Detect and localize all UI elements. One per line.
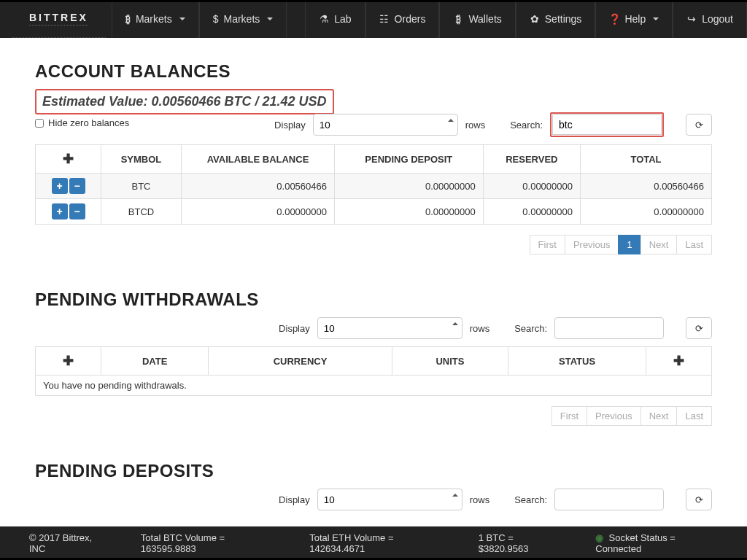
- withdrawals-table: ✚ DATE CURRENCY UNITS STATUS ✚ You have …: [35, 346, 712, 396]
- col-status[interactable]: STATUS: [508, 347, 646, 376]
- empty-message: You have no pending withdrawals.: [36, 376, 712, 396]
- footer-copyright: © 2017 Bittrex, INC: [29, 532, 107, 554]
- reserved-cell: 0.00000000: [483, 174, 580, 199]
- calendar-icon: ☷: [379, 14, 390, 24]
- rows-label: rows: [465, 120, 485, 131]
- nav-help[interactable]: ❓Help: [595, 0, 673, 38]
- balances-pager: First Previous 1 Next Last: [35, 235, 712, 254]
- hide-zero-label: Hide zero balances: [48, 117, 129, 128]
- search-label: Search:: [514, 494, 547, 505]
- balances-table: ✚ SYMBOL AVAILABLE BALANCE PENDING DEPOS…: [35, 144, 712, 225]
- page-top-border: [0, 0, 747, 2]
- deposit-button[interactable]: +: [52, 203, 68, 219]
- rows-label: rows: [470, 323, 489, 334]
- balances-title: ACCOUNT BALANCES: [35, 61, 712, 82]
- refresh-icon: ⟳: [695, 120, 703, 131]
- withdrawals-search-input[interactable]: [554, 317, 664, 339]
- search-label: Search:: [514, 323, 547, 334]
- gear-icon: ✿: [530, 14, 540, 24]
- expand-header[interactable]: ✚: [63, 354, 74, 368]
- deposits-search-input[interactable]: [554, 489, 664, 510]
- deposits-refresh-button[interactable]: ⟳: [686, 489, 712, 510]
- nav-lab[interactable]: ⚗Lab: [305, 0, 365, 38]
- col-symbol[interactable]: SYMBOL: [101, 145, 182, 174]
- nav-btc-markets[interactable]: ₿Markets: [112, 0, 199, 38]
- flask-icon: ⚗: [319, 14, 329, 24]
- refresh-icon: ⟳: [695, 494, 703, 505]
- pager-first[interactable]: First: [530, 235, 565, 254]
- expand-all-header[interactable]: ✚: [63, 152, 74, 166]
- help-icon: ❓: [609, 14, 619, 24]
- pager-prev[interactable]: Previous: [587, 406, 641, 426]
- balances-search-input[interactable]: [552, 114, 662, 135]
- footer: © 2017 Bittrex, INC Total BTC Volume = 1…: [0, 526, 747, 560]
- pager-first[interactable]: First: [551, 406, 587, 426]
- bitcoin-icon: ₿: [453, 14, 463, 24]
- withdraw-button[interactable]: −: [69, 203, 85, 219]
- estimated-value: Estimated Value: 0.00560466 BTC / 21.42 …: [35, 89, 334, 114]
- expand-header[interactable]: ✚: [673, 354, 684, 368]
- pager-next[interactable]: Next: [640, 235, 678, 254]
- footer-socket-status: ◉ Socket Status = Connected: [595, 532, 718, 554]
- withdrawals-refresh-button[interactable]: ⟳: [686, 317, 712, 339]
- pager-page-1[interactable]: 1: [618, 235, 640, 254]
- pager-last[interactable]: Last: [676, 406, 712, 426]
- wifi-icon: ◉: [595, 532, 603, 543]
- withdrawals-title: PENDING WITHDRAWALS: [35, 289, 712, 310]
- top-nav: BITTREX ₿Markets $Markets ⚗Lab ☷Orders ₿…: [0, 0, 747, 38]
- display-label: Display: [274, 120, 306, 131]
- display-label: Display: [279, 323, 310, 334]
- pager-last[interactable]: Last: [676, 235, 712, 254]
- display-label: Display: [279, 494, 310, 505]
- footer-eth-volume: Total ETH Volume = 142634.4671: [309, 532, 444, 554]
- refresh-icon: ⟳: [695, 323, 703, 334]
- col-total[interactable]: TOTAL: [581, 145, 712, 174]
- withdrawals-display-select[interactable]: [317, 317, 462, 339]
- table-row: You have no pending withdrawals.: [36, 376, 712, 396]
- col-available[interactable]: AVAILABLE BALANCE: [182, 145, 335, 174]
- withdrawals-pager: First Previous Next Last: [35, 406, 712, 426]
- col-currency[interactable]: CURRENCY: [209, 347, 392, 376]
- deposit-button[interactable]: +: [52, 178, 68, 194]
- footer-btc-volume: Total BTC Volume = 163595.9883: [141, 532, 276, 554]
- logout-icon: ↪: [686, 14, 697, 24]
- deposits-title: PENDING DEPOSITS: [35, 461, 712, 481]
- brand-logo[interactable]: BITTREX: [12, 0, 106, 38]
- total-cell: 0.00000000: [581, 199, 712, 225]
- total-cell: 0.00560466: [581, 174, 712, 199]
- symbol-cell: BTC: [101, 174, 182, 199]
- balances-refresh-button[interactable]: ⟳: [686, 114, 712, 136]
- chevron-down-icon: [653, 18, 659, 20]
- nav-wallets[interactable]: ₿Wallets: [439, 0, 515, 38]
- col-date[interactable]: DATE: [101, 347, 209, 376]
- nav-logout[interactable]: ↪Logout: [673, 0, 747, 38]
- footer-btc-rate: 1 BTC = $3820.9563: [479, 532, 562, 554]
- pending-cell: 0.00000000: [335, 199, 484, 225]
- search-label: Search:: [510, 120, 543, 131]
- deposits-display-select[interactable]: [317, 489, 462, 510]
- table-row: +− BTC 0.00560466 0.00000000 0.00000000 …: [36, 174, 712, 199]
- pager-prev[interactable]: Previous: [565, 235, 619, 254]
- symbol-cell[interactable]: BTCD: [101, 199, 182, 225]
- chevron-down-icon: [267, 18, 273, 20]
- rows-label: rows: [470, 494, 489, 505]
- pager-next[interactable]: Next: [640, 406, 678, 426]
- nav-usd-markets[interactable]: $Markets: [199, 0, 287, 38]
- col-reserved[interactable]: RESERVED: [483, 145, 580, 174]
- nav-orders[interactable]: ☷Orders: [365, 0, 440, 38]
- display-rows-select[interactable]: [313, 114, 458, 136]
- withdraw-button[interactable]: −: [69, 178, 85, 194]
- available-cell: 0.00000000: [182, 199, 335, 225]
- col-units[interactable]: UNITS: [392, 347, 508, 376]
- hide-zero-checkbox[interactable]: [35, 119, 44, 128]
- chevron-down-icon: [179, 18, 185, 20]
- table-row: +− BTCD 0.00000000 0.00000000 0.00000000…: [36, 199, 712, 225]
- nav-settings[interactable]: ✿Settings: [516, 0, 596, 38]
- col-pending[interactable]: PENDING DEPOSIT: [335, 145, 484, 174]
- pending-cell: 0.00000000: [335, 174, 484, 199]
- reserved-cell: 0.00000000: [483, 199, 580, 225]
- available-cell: 0.00560466: [182, 174, 335, 199]
